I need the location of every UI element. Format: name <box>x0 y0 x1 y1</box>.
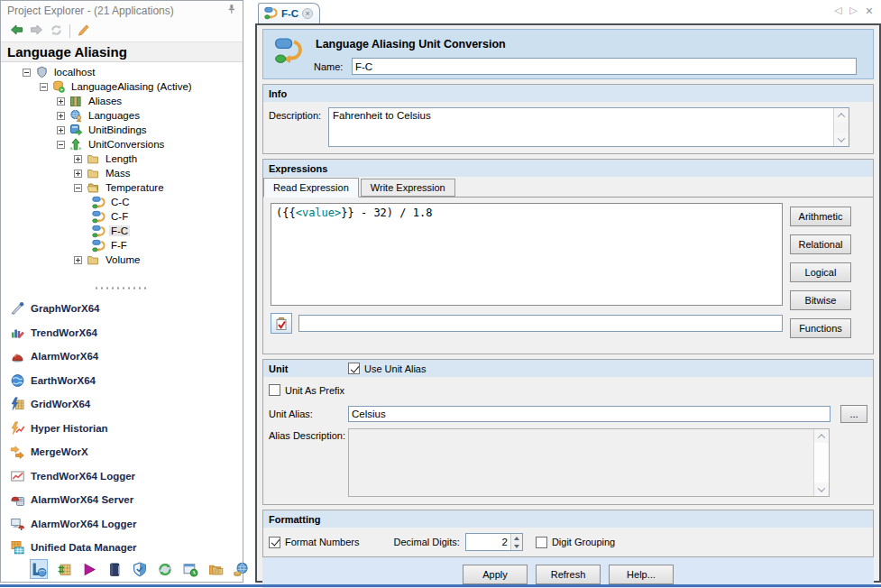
spin-down-icon[interactable] <box>510 542 522 550</box>
bitwise-button[interactable]: Bitwise <box>790 290 851 310</box>
refresh-icon[interactable] <box>50 23 63 39</box>
alias-description-field[interactable] <box>348 428 830 497</box>
tree-item-unitbindings[interactable]: UnitBindings <box>1 123 243 137</box>
security-shield-icon[interactable] <box>131 559 149 579</box>
tree-item-f-f[interactable]: F-F <box>1 238 243 253</box>
unit-alias-browse-button[interactable]: ... <box>840 405 867 423</box>
tab-write-expression[interactable]: Write Expression <box>361 179 455 197</box>
tree-item-languagealiasing[interactable]: LanguageAliasing (Active) <box>1 79 243 94</box>
edit-pencil-icon[interactable] <box>77 23 90 39</box>
scroll-up-icon[interactable] <box>834 108 849 122</box>
tree-item-label: Aliases <box>87 96 124 106</box>
app-item-alarmworx64-server[interactable]: AlarmWorX64 Server <box>9 488 243 512</box>
spin-up-icon[interactable] <box>510 534 522 542</box>
digit-grouping-label: Digit Grouping <box>552 537 615 547</box>
tab-read-expression[interactable]: Read Expression <box>263 178 359 198</box>
arithmetic-button[interactable]: Arithmetic <box>790 207 851 226</box>
apply-button[interactable]: Apply <box>463 565 528 584</box>
format-numbers-checkbox[interactable] <box>269 537 280 548</box>
unit-alias-input[interactable] <box>348 406 831 422</box>
expression-result-field[interactable] <box>298 315 783 332</box>
check-expression-button[interactable] <box>271 313 292 334</box>
tree-item-label: C-F <box>109 211 130 222</box>
expression-editor[interactable]: ({{<value>}} - 32) / 1.8 <box>271 203 783 306</box>
tree-item-unitconversions[interactable]: UnitConversions <box>1 137 243 152</box>
app-item-earthworx64[interactable]: EarthWorX64 <box>9 369 243 393</box>
forward-icon[interactable] <box>30 23 43 38</box>
digit-grouping-checkbox[interactable] <box>536 537 547 548</box>
database-icon <box>51 80 66 93</box>
pin-icon[interactable] <box>225 3 237 19</box>
app-item-alarmworx64-logger[interactable]: AlarmWorX64 Logger <box>9 512 243 537</box>
help-button[interactable]: Help... <box>609 565 674 584</box>
tree-item-f-c[interactable]: F-C <box>1 224 243 238</box>
scroll-down-icon[interactable] <box>834 133 849 146</box>
scroll-up-icon[interactable] <box>814 429 829 443</box>
expand-icon[interactable] <box>57 112 65 120</box>
window-schedule-icon[interactable] <box>181 559 199 579</box>
tab-close-icon[interactable]: × <box>302 8 313 19</box>
expand-icon[interactable] <box>57 126 65 134</box>
folder-stack-icon[interactable] <box>206 559 225 579</box>
book-icon[interactable] <box>106 559 124 579</box>
app-item-unified-data-manager[interactable]: Unified Data Manager <box>9 536 243 556</box>
app-item-label: MergeWorX <box>31 446 88 457</box>
conversion-icon <box>91 239 106 252</box>
alias-description-scrollbar[interactable] <box>813 429 829 496</box>
name-input[interactable] <box>352 58 857 75</box>
close-document-icon[interactable]: × <box>866 6 873 15</box>
workbench-icon[interactable] <box>30 559 48 579</box>
description-field[interactable]: Fahrenheit to Celsius <box>328 107 849 147</box>
scrollbar-track[interactable] <box>814 443 829 482</box>
decimal-digits-stepper[interactable] <box>465 533 523 551</box>
app-item-alarmworx64[interactable]: AlarmWorX64 <box>9 345 243 369</box>
tab-f-c[interactable]: F-C × <box>258 3 320 23</box>
expand-icon[interactable] <box>57 97 65 106</box>
tree-item-mass[interactable]: Mass <box>1 166 243 180</box>
app-item-gridworx64[interactable]: GridWorX64 <box>9 392 243 417</box>
tree-item-c-f[interactable]: C-F <box>1 209 243 224</box>
conversion-icon <box>91 210 106 223</box>
tree-item-aliases[interactable]: Aliases <box>1 94 243 108</box>
panel-splitter[interactable] <box>1 284 243 292</box>
tree-item-temperature[interactable]: Temperature <box>1 180 243 195</box>
collapse-icon[interactable] <box>23 69 31 77</box>
app-item-mergeworx[interactable]: MergeWorX <box>9 440 243 464</box>
unit-as-prefix-checkbox[interactable] <box>269 384 280 396</box>
expression-value-token: <value> <box>296 207 342 219</box>
tree-item-languages[interactable]: Languages <box>1 108 243 123</box>
use-unit-alias-checkbox[interactable] <box>348 363 360 374</box>
conversion-icon <box>264 6 278 22</box>
collapse-icon[interactable] <box>40 83 48 91</box>
explorer-toolbar <box>1 20 243 41</box>
expand-icon[interactable] <box>74 170 82 178</box>
tree-item-length[interactable]: Length <box>1 152 243 166</box>
app-item-trendworx64[interactable]: TrendWorX64 <box>9 321 243 345</box>
app-icon-toolbar: » ▾ <box>1 556 243 582</box>
expand-icon[interactable] <box>74 155 82 163</box>
collapse-icon[interactable] <box>74 184 82 192</box>
functions-button[interactable]: Functions <box>790 318 851 338</box>
expression-text: }} - 32) / 1.8 <box>341 207 432 219</box>
globe-coins-icon[interactable] <box>232 559 250 579</box>
description-scrollbar[interactable] <box>833 108 849 146</box>
runtime-play-icon[interactable] <box>80 559 98 579</box>
tree-item-localhost[interactable]: localhost <box>1 65 243 79</box>
back-icon[interactable] <box>10 23 23 38</box>
globe-sync-icon[interactable] <box>156 559 174 579</box>
scroll-tabs-right-icon[interactable]: ▷ <box>849 5 857 16</box>
app-item-trendworx64-logger[interactable]: TrendWorX64 Logger <box>9 464 243 489</box>
logical-button[interactable]: Logical <box>790 262 851 282</box>
tree-item-volume[interactable]: Volume <box>1 253 243 267</box>
app-item-hyper-historian[interactable]: Hyper Historian <box>9 417 243 441</box>
collapse-icon[interactable] <box>57 141 65 149</box>
scroll-tabs-left-icon[interactable]: ◁ <box>834 5 841 16</box>
tree-item-c-c[interactable]: C-C <box>1 195 243 209</box>
expand-icon[interactable] <box>74 256 82 264</box>
app-item-graphworx64[interactable]: GraphWorX64 <box>9 297 243 321</box>
datapoints-grid-icon[interactable] <box>55 559 73 579</box>
scroll-down-icon[interactable] <box>814 482 829 496</box>
relational-button[interactable]: Relational <box>790 234 851 254</box>
app-item-label: GraphWorX64 <box>31 303 99 314</box>
refresh-button[interactable]: Refresh <box>536 565 601 584</box>
